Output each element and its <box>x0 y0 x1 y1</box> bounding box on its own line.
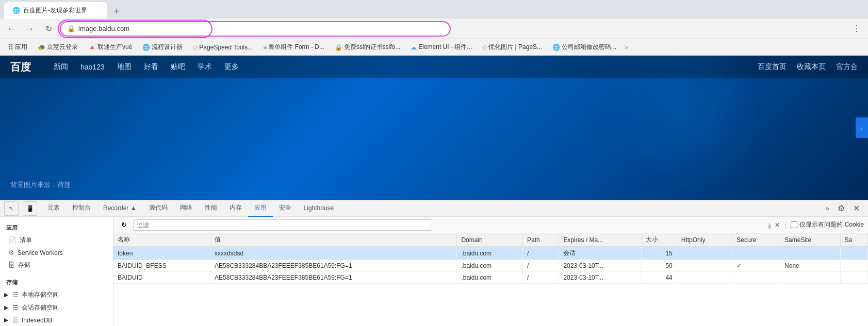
bookmark-ltvue[interactable]: 🔺 联通生产vue <box>84 41 136 53</box>
devtools-more-tabs[interactable]: » <box>822 204 833 212</box>
sidebar-item-localstorage[interactable]: ▶ ☰ 本地存储空间 <box>0 288 113 301</box>
devtools-close[interactable]: ✕ <box>849 203 864 213</box>
tab-title: 百度图片-发现多彩世界 <box>23 6 87 15</box>
address-bar[interactable]: 🔒 image.baidu.com <box>60 21 451 37</box>
sidebar-app-section: 应用 <box>0 221 113 234</box>
tab-lighthouse[interactable]: Lighthouse <box>298 200 340 217</box>
nav-more[interactable]: 更多 <box>224 62 239 72</box>
sidebar-item-manifest[interactable]: 📄 清单 <box>0 234 113 247</box>
bookmark-flow-label: 流程设计器 <box>152 43 183 52</box>
browser-tab[interactable]: 🌐 百度图片-发现多彩世界 <box>4 2 107 19</box>
sidebar-indexeddb-label: IndexedDB <box>22 317 52 324</box>
bookmark-apps-label: 应用 <box>15 43 27 52</box>
sidebar-item-storage[interactable]: 🗄 存储 <box>0 259 113 271</box>
tab-application[interactable]: 应用 <box>248 200 273 217</box>
tab-recorder[interactable]: Recorder ▲ <box>97 200 143 217</box>
devtools-icon-cursor[interactable]: ↖ <box>4 201 19 216</box>
cell-name: BAIDUID <box>113 272 210 284</box>
bookmark-flow[interactable]: 🌐 流程设计器 <box>138 41 187 53</box>
cell-size: 50 <box>641 260 677 272</box>
bookmark-ssl-label: 免费ssl的证书sslfo... <box>344 43 400 52</box>
table-row[interactable]: tokenxxxxdsdsd.baidu.com/会话15 <box>113 247 868 260</box>
tab-console[interactable]: 控制台 <box>66 200 97 217</box>
tab-sources[interactable]: 源代码 <box>143 200 174 217</box>
cell-secure <box>732 247 780 260</box>
cell-size: 44 <box>641 272 677 284</box>
table-body: tokenxxxxdsdsd.baidu.com/会话15BAIDUID_BFE… <box>113 247 868 284</box>
more-bookmarks[interactable]: » <box>625 44 628 51</box>
storage-app-icon: 🗄 <box>8 261 15 269</box>
clear-filter-button[interactable]: ✕ <box>775 221 780 229</box>
table-row[interactable]: BAIDUID_BFESSAE58CB333284BBA23FEEEF385BE… <box>113 260 868 272</box>
cell-expires: 2023-03-10T... <box>559 260 641 272</box>
refresh-cookies-button[interactable]: ↻ <box>118 219 130 231</box>
expand-local-icon: ▶ <box>4 291 8 298</box>
extensions-button[interactable]: ⋮ <box>849 22 864 36</box>
bookmark-optimize-label: 优化图片 | PageS... <box>488 43 542 52</box>
tab-security[interactable]: 安全 <box>273 200 298 217</box>
cell-path: / <box>523 247 559 260</box>
tab-network[interactable]: 网络 <box>174 200 199 217</box>
nav-official[interactable]: 官方合 <box>836 62 858 72</box>
devtools-icon-device[interactable]: 📱 <box>23 201 37 216</box>
back-button[interactable]: ← <box>4 22 19 36</box>
devtools-main-area: ↻ ⏚ ✕ 仅显示有问题的 Cookie 名称 <box>113 217 868 326</box>
sidebar-item-indexeddb[interactable]: ▶ ☰ IndexedDB <box>0 314 113 326</box>
bookmark-pagespeed[interactable]: ◇ PageSpeed Tools... <box>189 42 257 53</box>
tab-memory[interactable]: 内存 <box>223 200 248 217</box>
nav-homepage[interactable]: 百度首页 <box>758 62 787 72</box>
nav-bookmark[interactable]: 收藏本页 <box>797 62 826 72</box>
bookmark-element[interactable]: ☁ Element UI - 组件... <box>406 41 476 53</box>
bookmark-form[interactable]: ≡ 表单组件 Form - D... <box>259 41 329 53</box>
cell-secure <box>732 272 780 284</box>
indexeddb-icon: ☰ <box>12 316 19 324</box>
devtools-panel: ↖ 📱 元素 控制台 Recorder ▲ 源代码 网络 性能 内存 应用 安全… <box>0 200 868 326</box>
cell-expires: 2023-03-10T... <box>559 272 641 284</box>
bookmark-form-label: 表单组件 Form - D... <box>268 43 324 52</box>
cell-httponly <box>677 272 732 284</box>
col-header-httponly: HttpOnly <box>677 233 732 247</box>
col-header-value: 值 <box>210 233 457 247</box>
nav-academic[interactable]: 学术 <box>198 62 212 72</box>
table-header: 名称 值 Domain Path Expires / Ma... 大小 Http… <box>113 233 868 247</box>
new-tab-button[interactable]: + <box>109 4 124 19</box>
cell-httponly <box>677 247 732 260</box>
cell-samesite: None <box>780 260 840 272</box>
scroll-indicator[interactable]: ↓ <box>856 117 868 138</box>
refresh-button[interactable]: ↻ <box>41 22 56 36</box>
bookmark-ltvue-label: 联通生产vue <box>97 43 132 52</box>
sidebar-service-workers-label: Service Workers <box>18 249 63 256</box>
cell-size: 15 <box>641 247 677 260</box>
nav-hao123[interactable]: hao123 <box>80 63 105 71</box>
show-problems-checkbox[interactable] <box>791 221 797 228</box>
devtools-sidebar: 应用 📄 清单 ⚙ Service Workers 🗄 存储 存储 ▶ ☰ 本地… <box>0 217 113 326</box>
sidebar-item-sessionstorage[interactable]: ▶ ☰ 会话存储空间 <box>0 301 113 314</box>
sidebar-sessionstorage-label: 会话存储空间 <box>22 303 59 312</box>
table-row[interactable]: BAIDUIDAE58CB333284BBA23FEEEF385BE61A59:… <box>113 272 868 284</box>
nav-news[interactable]: 新闻 <box>54 62 68 72</box>
sidebar-localstorage-label: 本地存储空间 <box>22 290 59 299</box>
cell-value: AE58CB333284BBA23FEEEF385BE61A59:FG=1 <box>210 272 457 284</box>
cell-sa <box>840 260 868 272</box>
manifest-icon: 📄 <box>8 236 17 244</box>
bookmark-jhjy-label: 京慧云登录 <box>47 43 78 52</box>
bookmark-email-label: 公司邮箱修改密码... <box>562 43 616 52</box>
bookmark-apps[interactable]: ⠿ 应用 <box>4 41 31 53</box>
sidebar-item-service-workers[interactable]: ⚙ Service Workers <box>0 247 113 259</box>
bookmark-jhjy[interactable]: 🐢 京慧云登录 <box>34 41 82 53</box>
cookie-toolbar: ↻ ⏚ ✕ 仅显示有问题的 Cookie <box>113 217 868 233</box>
sidebar-manifest-label: 清单 <box>20 236 32 245</box>
cell-samesite <box>780 272 840 284</box>
filter-icon[interactable]: ⏚ <box>767 221 772 229</box>
bookmark-ssl[interactable]: 🔒 免费ssl的证书sslfo... <box>331 41 404 53</box>
cell-name: BAIDUID_BFESS <box>113 260 210 272</box>
cell-sa <box>840 272 868 284</box>
devtools-settings[interactable]: ⚙ <box>833 203 849 213</box>
filter-input[interactable] <box>133 219 432 231</box>
session-storage-icon: ☰ <box>12 304 19 312</box>
bookmark-email[interactable]: 🌐 公司邮箱修改密码... <box>548 41 620 53</box>
bookmark-optimize[interactable]: ◇ 优化图片 | PageS... <box>478 41 546 53</box>
forward-button[interactable]: → <box>23 22 37 36</box>
tab-performance[interactable]: 性能 <box>199 200 223 217</box>
tab-elements[interactable]: 元素 <box>41 200 66 217</box>
